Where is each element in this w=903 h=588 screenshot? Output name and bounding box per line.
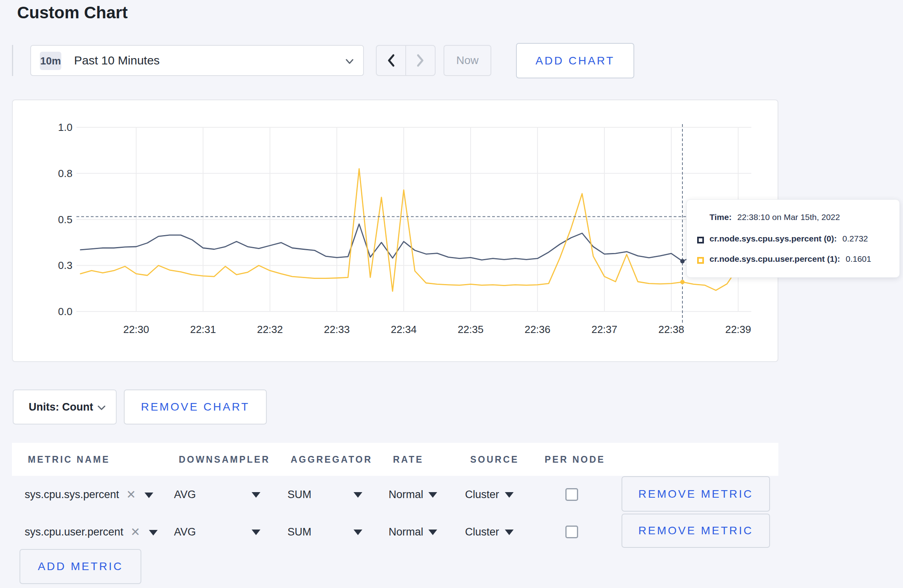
x-axis-tick-label: 22:31 [190, 323, 216, 335]
remove-chart-button[interactable]: REMOVE CHART [124, 389, 267, 424]
x-axis-tick-label: 22:36 [524, 323, 550, 335]
metric-name-caret-icon[interactable] [145, 493, 153, 498]
per-node-checkbox[interactable] [565, 526, 578, 538]
tooltip-series-value: 0.2732 [842, 234, 868, 243]
tooltip-series-value: 0.1601 [846, 254, 871, 264]
y-axis-tick-label: 0.0 [58, 306, 72, 317]
x-axis-tick-label: 22:32 [257, 323, 283, 335]
x-axis-tick-label: 22:35 [457, 323, 483, 335]
downsampler-caret-icon[interactable] [252, 492, 260, 498]
chart-series-line [80, 169, 738, 291]
line-chart[interactable]: 1.00.80.50.30.022:3022:3122:3222:3322:34… [13, 100, 778, 361]
time-nav-group [376, 45, 436, 76]
source-caret-icon[interactable] [505, 530, 514, 535]
tooltip-time-row: Time: 22:38:10 on Mar 15th, 2022 [710, 212, 840, 222]
time-backward-button[interactable] [377, 46, 405, 75]
time-range-badge: 10m [40, 52, 61, 70]
x-axis-tick-label: 22:34 [391, 323, 416, 335]
aggregator-caret-icon[interactable] [354, 492, 362, 498]
remove-metric-x-icon[interactable]: ✕ [126, 488, 136, 501]
downsampler-value[interactable]: AVG [174, 526, 196, 538]
x-axis-tick-label: 22:30 [123, 323, 149, 335]
aggregator-caret-icon[interactable] [354, 530, 362, 535]
metric-name-cell: sys.cpu.sys.percent ✕ [25, 476, 153, 513]
chart-tooltip: Time: 22:38:10 on Mar 15th, 2022 cr.node… [686, 199, 900, 278]
toolbar-divider [12, 45, 13, 76]
add-chart-button[interactable]: ADD CHART [516, 43, 634, 78]
chevron-left-icon [386, 54, 396, 67]
tooltip-series-row: cr.node.sys.cpu.user.percent (1): 0.1601 [710, 254, 871, 264]
metrics-table-header: METRIC NAME DOWNSAMPLER AGGREGATOR RATE … [12, 443, 778, 476]
remove-metric-button[interactable]: REMOVE METRIC [622, 514, 770, 548]
y-axis-tick-label: 0.3 [58, 259, 72, 271]
units-dropdown-label: Units: Count [29, 401, 93, 413]
source-value[interactable]: Cluster [465, 526, 499, 538]
x-axis-tick-label: 22:33 [324, 323, 350, 335]
chart-panel: 1.00.80.50.30.022:3022:3122:3222:3322:34… [12, 99, 778, 362]
series-sys-legend-icon [697, 237, 704, 243]
now-button[interactable]: Now [444, 45, 491, 76]
column-header-aggregator: AGGREGATOR [291, 454, 372, 465]
rate-caret-icon[interactable] [428, 492, 437, 498]
remove-metric-button[interactable]: REMOVE METRIC [622, 476, 770, 512]
remove-metric-x-icon[interactable]: ✕ [131, 525, 140, 539]
aggregator-value[interactable]: SUM [287, 489, 311, 501]
metric-row: sys.cpu.user.percent ✕ AVG SUM Normal Cl… [0, 514, 903, 550]
y-axis-tick-label: 0.8 [58, 167, 72, 179]
column-header-rate: RATE [393, 454, 424, 465]
source-caret-icon[interactable] [505, 492, 514, 498]
source-value[interactable]: Cluster [465, 489, 499, 501]
column-header-source: SOURCE [470, 454, 519, 465]
rate-value[interactable]: Normal [389, 526, 423, 538]
column-header-per-node: PER NODE [545, 454, 605, 465]
column-header-metric-name: METRIC NAME [28, 454, 110, 465]
y-axis-tick-label: 1.0 [58, 121, 72, 133]
rate-caret-icon[interactable] [428, 530, 437, 535]
tooltip-time-value: 22:38:10 on Mar 15th, 2022 [737, 212, 840, 222]
crosshair-point [680, 280, 685, 284]
time-range-label: Past 10 Minutes [74, 54, 160, 67]
tooltip-time-label: Time: [710, 212, 732, 222]
time-forward-button[interactable] [405, 46, 435, 75]
chevron-right-icon [416, 54, 425, 67]
per-node-checkbox[interactable] [565, 488, 578, 501]
y-axis-tick-label: 0.5 [58, 214, 72, 226]
tooltip-series-row: cr.node.sys.cpu.sys.percent (0): 0.2732 [710, 234, 868, 243]
downsampler-value[interactable]: AVG [174, 489, 196, 501]
crosshair-point [680, 259, 685, 263]
custom-chart-page: Custom Chart 10m Past 10 Minutes Now ADD… [0, 0, 903, 588]
tooltip-series-label: cr.node.sys.cpu.user.percent (1): [710, 254, 840, 264]
downsampler-caret-icon[interactable] [252, 530, 260, 535]
x-axis-tick-label: 22:37 [591, 323, 617, 335]
metric-row: sys.cpu.sys.percent ✕ AVG SUM Normal Clu… [0, 476, 903, 513]
page-title: Custom Chart [17, 3, 128, 22]
series-user-legend-icon [697, 257, 704, 264]
metric-name-value: sys.cpu.user.percent [25, 526, 123, 538]
rate-value[interactable]: Normal [389, 489, 423, 501]
time-range-dropdown[interactable]: 10m Past 10 Minutes [30, 45, 364, 76]
tooltip-series-label: cr.node.sys.cpu.sys.percent (0): [710, 234, 837, 243]
metric-name-cell: sys.cpu.user.percent ✕ [25, 514, 158, 550]
metric-name-value: sys.cpu.sys.percent [25, 489, 119, 501]
chevron-down-icon [96, 403, 107, 412]
chevron-down-icon [344, 56, 355, 66]
aggregator-value[interactable]: SUM [287, 526, 311, 538]
x-axis-tick-label: 22:38 [658, 323, 684, 335]
metric-name-caret-icon[interactable] [149, 530, 158, 535]
column-header-downsampler: DOWNSAMPLER [179, 454, 270, 465]
units-dropdown[interactable]: Units: Count [13, 389, 117, 424]
add-metric-button[interactable]: ADD METRIC [20, 549, 141, 584]
x-axis-tick-label: 22:39 [725, 323, 751, 335]
